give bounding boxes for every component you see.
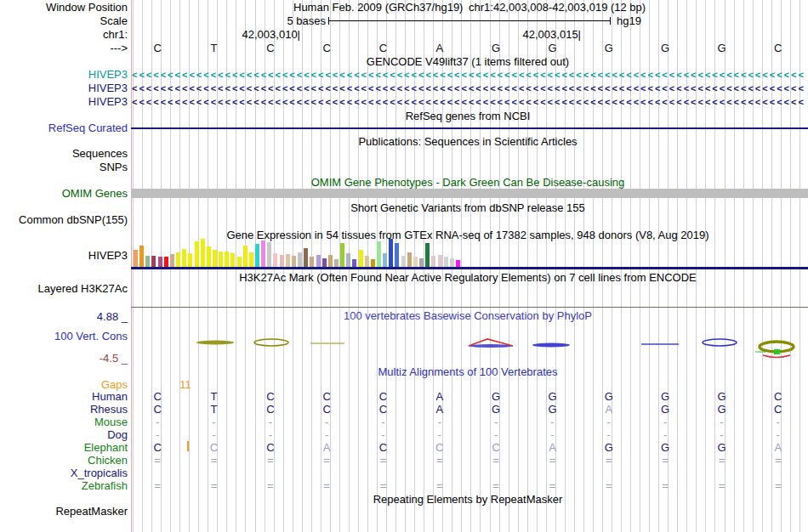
phylop-title[interactable]: 100 vertebrates Basewise Conservation by… — [131, 310, 805, 322]
gtex-gene-label[interactable]: HIVEP3 — [0, 250, 128, 262]
alignment-species-label-rhesus[interactable]: Rhesus — [0, 404, 128, 416]
alignment-insertion-marker — [187, 441, 189, 451]
alignment-base: = — [185, 480, 242, 492]
window-position-label[interactable]: Window Position — [0, 2, 128, 14]
alignment-species-label-dog[interactable]: Dog — [0, 429, 128, 441]
gtex-tissue-bar — [365, 256, 369, 267]
chrom-label[interactable]: chr1: — [0, 29, 128, 41]
gencode-title[interactable]: GENCODE V49lift37 (1 items filtered out) — [131, 56, 805, 68]
alignment-base: T — [185, 404, 242, 416]
alignment-base: G — [581, 391, 637, 403]
gencode-transcript-row[interactable]: <<<<<<<<<<<<<<<<<<<<<<<<<<<<<<<<<<<<<<<<… — [132, 83, 805, 93]
alignment-species-label-x_tropicalis[interactable]: X_tropicalis — [0, 467, 128, 479]
gtex-tissue-bar — [164, 257, 168, 267]
reference-base: T — [185, 42, 242, 54]
gtex-tissue-bar — [213, 250, 217, 267]
alignment-species-label-gaps[interactable]: Gaps — [0, 379, 128, 391]
alignment-base: C — [299, 404, 355, 416]
gtex-tissue-bar — [395, 243, 399, 267]
scale-label[interactable]: Scale — [0, 15, 128, 27]
publications-title[interactable]: Publications: Sequences in Scientific Ar… — [131, 136, 805, 148]
cons-min-label[interactable]: -4.5 _ — [0, 353, 128, 365]
alignment-base: A — [581, 404, 637, 416]
gtex-tissue-bar — [310, 257, 314, 267]
alignment-base: = — [581, 480, 637, 492]
alignment-species-label-elephant[interactable]: Elephant — [0, 442, 128, 454]
gtex-tissue-bar — [377, 241, 381, 267]
snps-label[interactable]: SNPs — [0, 161, 128, 173]
alignment-base: C — [129, 404, 185, 416]
alignment-base: G — [693, 391, 749, 403]
alignment-base: - — [129, 416, 185, 428]
gtex-tissue-bar — [261, 241, 265, 267]
alignment-base: C — [468, 442, 524, 454]
sequences-label[interactable]: Sequences — [0, 148, 128, 160]
alignment-base: G — [524, 404, 580, 416]
gtex-tissue-bar — [340, 243, 344, 267]
common-dbsnp-label[interactable]: Common dbSNP(155) — [0, 214, 128, 226]
refseq-curated-label[interactable]: RefSeq Curated — [0, 122, 128, 134]
alignment-base: = — [299, 480, 355, 492]
gtex-tissue-bar — [431, 256, 435, 267]
alignment-base: = — [581, 455, 637, 467]
gencode-item-hivep3-2[interactable]: HIVEP3 — [0, 82, 128, 94]
alignment-base: = — [637, 455, 693, 467]
alignment-base: A — [412, 391, 468, 403]
gtex-tissue-bar — [134, 250, 138, 267]
alignment-base: - — [299, 416, 355, 428]
omim-title[interactable]: OMIM Gene Phenotypes - Dark Green Can Be… — [131, 177, 805, 189]
omim-genes-label[interactable]: OMIM Genes — [0, 188, 128, 200]
refseq-title[interactable]: RefSeq genes from NCBI — [131, 110, 805, 122]
alignment-base: - — [693, 429, 749, 441]
alignment-base: C — [299, 391, 355, 403]
alignment-base: = — [468, 480, 524, 492]
genome-browser-image: Human Feb. 2009 (GRCh37/hg19) chr1:42,00… — [0, 0, 808, 532]
gtex-tissue-bar — [444, 257, 448, 267]
alignment-base: = — [242, 455, 299, 467]
alignment-base: T — [185, 391, 242, 403]
alignment-base: C — [412, 442, 468, 454]
gencode-item-hivep3-3[interactable]: HIVEP3 — [0, 96, 128, 108]
alignment-species-label-mouse[interactable]: Mouse — [0, 416, 128, 428]
alignment-base: G — [693, 442, 749, 454]
refseq-curated-gene-line[interactable] — [131, 127, 808, 129]
alignment-base: = — [524, 455, 580, 467]
alignment-base: = — [468, 455, 524, 467]
gtex-title[interactable]: Gene Expression in 54 tissues from GTEx … — [131, 229, 805, 241]
dbsnp-title[interactable]: Short Genetic Variants from dbSNP releas… — [131, 202, 805, 214]
h3k27ac-title[interactable]: H3K27Ac Mark (Often Found Near Active Re… — [131, 272, 805, 284]
omim-gene-bar[interactable] — [131, 189, 808, 198]
gtex-tissue-bar — [456, 260, 460, 267]
gtex-tissue-bar — [352, 259, 356, 267]
alignment-base: - — [637, 429, 693, 441]
repeatmasker-title[interactable]: Repeating Elements by RepeatMasker — [131, 494, 805, 506]
alignment-base: C — [185, 442, 242, 454]
alignment-base: G — [637, 404, 693, 416]
gencode-item-hivep3-1[interactable]: HIVEP3 — [0, 69, 128, 81]
gtex-tissue-bar — [298, 252, 302, 267]
gtex-tissue-bar — [176, 252, 180, 267]
layered-h3k27ac-label[interactable]: Layered H3K27Ac — [0, 283, 128, 295]
gencode-transcript-row[interactable]: <<<<<<<<<<<<<<<<<<<<<<<<<<<<<<<<<<<<<<<<… — [132, 70, 805, 80]
alignment-base: = — [750, 455, 806, 467]
alignment-species-label-zebrafish[interactable]: Zebrafish — [0, 480, 128, 492]
multiz-title[interactable]: Multiz Alignments of 100 Vertebrates — [131, 366, 805, 378]
reference-base: C — [129, 42, 185, 54]
gtex-tissue-bar — [292, 256, 296, 267]
alignment-base: - — [750, 429, 806, 441]
reference-sequence-row[interactable]: CTCCCAGGGGGC — [129, 42, 806, 54]
reference-base: C — [299, 42, 355, 54]
alignment-base: C — [242, 442, 299, 454]
cons-max-label[interactable]: 4.88 _ — [0, 311, 128, 323]
alignment-species-label-human[interactable]: Human — [0, 391, 128, 403]
direction-label[interactable]: ---> — [0, 42, 128, 54]
alignment-species-label-chicken[interactable]: Chicken — [0, 455, 128, 467]
scale-bar-left-tick — [328, 17, 329, 25]
gtex-expression-bars[interactable] — [134, 239, 678, 267]
ruler-coord-left: 42,003,010| — [213, 29, 300, 41]
vert-cons-label[interactable]: 100 Vert. Cons — [0, 331, 128, 342]
gencode-transcript-row[interactable]: <<<<<<<<<<<<<<<<<<<<<<<<<<<<<<<<<<<<<<<<… — [132, 97, 805, 107]
gtex-tissue-bar — [219, 252, 223, 267]
alignment-base: G — [637, 442, 693, 454]
repeatmasker-label[interactable]: RepeatMasker — [0, 506, 128, 518]
